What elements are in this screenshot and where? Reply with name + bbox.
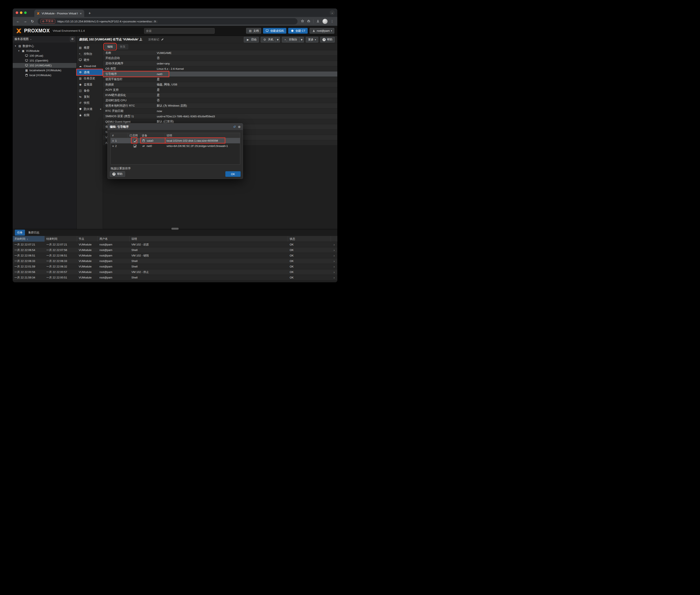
- row-expand-chevron[interactable]: ›: [331, 270, 337, 274]
- more-button[interactable]: 更多 ▾: [306, 37, 318, 42]
- task-row[interactable]: 一月 22 22:00:56一月 22 22:00:57VUModuleroot…: [13, 270, 337, 275]
- drag-handle-icon[interactable]: ≡: [112, 139, 114, 143]
- tree-item[interactable]: local (VUModule): [13, 73, 76, 78]
- tasks-tab[interactable]: 集群日志: [26, 230, 42, 235]
- option-row[interactable]: KVM硬件虚拟化是: [103, 93, 337, 98]
- tab-list-chevron-icon[interactable]: ⌄: [330, 10, 335, 15]
- forward-icon[interactable]: →: [22, 18, 28, 25]
- tree-settings-button[interactable]: ⚙: [70, 37, 75, 41]
- option-row[interactable]: SMBIOS 设置 (类型 1)uuid=e7f2ec13-78f6-4b61-…: [103, 114, 337, 119]
- tree-item[interactable]: ▾▣VUModule: [13, 49, 76, 53]
- row-expand-chevron[interactable]: ›: [331, 248, 337, 252]
- tree-item[interactable]: ▾▤数据中心: [13, 44, 76, 49]
- boot-order-row[interactable]: ≡2⇄net0virtio=8A:D6:9E:5C:2F:29,bridge=v…: [111, 143, 240, 149]
- dialog-header[interactable]: 编辑: 引导顺序 ↺ ⊗: [108, 123, 243, 130]
- close-window-button[interactable]: [16, 11, 18, 14]
- user-menu-button[interactable]: root@pam ▾: [309, 28, 334, 34]
- boot-order-column-header[interactable]: 设备: [140, 133, 165, 138]
- option-row[interactable]: 引导顺序net0: [103, 72, 337, 77]
- option-row[interactable]: 热插拔磁盘, 网络, USB: [103, 82, 337, 87]
- vm-menu-item[interactable]: >_控制台: [77, 51, 103, 57]
- option-row[interactable]: OS 类型Linux 6.x - 2.6 Kernel: [103, 66, 337, 72]
- tree-item[interactable]: 102 (VUMGAME): [13, 63, 76, 68]
- row-expand-chevron[interactable]: ›: [331, 254, 337, 257]
- tree-item[interactable]: 100 (iKuai): [13, 53, 76, 58]
- tasks-tab[interactable]: 任务: [15, 230, 25, 235]
- task-row[interactable]: 一月 22 22:06:54一月 22 22:07:56VUModuleroot…: [13, 247, 337, 253]
- edit-button[interactable]: 编辑: [105, 44, 115, 49]
- enabled-checkbox[interactable]: [133, 144, 136, 148]
- vm-menu-item[interactable]: ▤概要: [77, 45, 103, 51]
- dialog-help-button[interactable]: ? 帮助: [110, 171, 125, 177]
- vm-menu-item[interactable]: ☁Cloud-Init: [77, 63, 103, 69]
- close-icon[interactable]: ⊗: [238, 125, 241, 129]
- option-row[interactable]: 名称VUMGAME: [103, 50, 337, 56]
- create-ct-button[interactable]: 创建 CT: [288, 28, 308, 34]
- profile-avatar[interactable]: [322, 19, 328, 24]
- task-row[interactable]: 一月 22 22:06:33一月 22 22:06:33VUModuleroot…: [13, 258, 337, 264]
- vm-menu-item[interactable]: ⇆复制: [77, 94, 103, 100]
- back-icon[interactable]: ←: [15, 18, 21, 25]
- tasks-column-header[interactable]: 用户名: [98, 236, 130, 242]
- task-row[interactable]: 一月 22 22:07:21一月 22 22:07:21VUModuleroot…: [13, 242, 337, 247]
- tab-close-icon[interactable]: ×: [79, 11, 82, 15]
- shutdown-button[interactable]: 关机: [261, 37, 276, 42]
- option-row[interactable]: 启动时冻结 CPU否: [103, 98, 337, 103]
- row-expand-chevron[interactable]: ›: [331, 265, 337, 268]
- minimize-window-button[interactable]: [20, 11, 22, 14]
- reload-icon[interactable]: ↻: [29, 18, 35, 25]
- shutdown-menu-caret[interactable]: ▾: [276, 37, 280, 42]
- browser-tab[interactable]: VUModule - Proxmox Virtual E ×: [34, 10, 84, 17]
- vm-menu-item[interactable]: 权限: [77, 112, 103, 118]
- boot-order-column-header[interactable]: #: [111, 133, 128, 138]
- tasks-column-header[interactable]: 开始时间↓: [13, 236, 45, 242]
- tasks-column-header[interactable]: 节点: [77, 236, 98, 242]
- tasks-column-header[interactable]: 状态: [288, 236, 331, 242]
- tasks-column-header[interactable]: 结束时间: [45, 236, 77, 242]
- vm-menu-item[interactable]: ⚙选项: [77, 69, 103, 75]
- new-tab-button[interactable]: +: [87, 10, 92, 17]
- documentation-button[interactable]: ▤ 文档: [246, 28, 261, 34]
- option-row[interactable]: 使用本地时间进行 RTC默认 (为 Windows 启用): [103, 103, 337, 109]
- search-input[interactable]: [144, 28, 215, 34]
- boot-order-column-header[interactable]: 说明: [165, 133, 240, 138]
- extensions-puzzle-icon[interactable]: [307, 20, 310, 24]
- option-row[interactable]: 使用平板指针是: [103, 77, 337, 82]
- reset-icon[interactable]: ↺: [233, 125, 236, 129]
- create-vm-button[interactable]: 创建虚拟机: [263, 28, 286, 34]
- task-row[interactable]: 一月 22 21:59:34一月 22 22:00:51VUModuleroot…: [13, 275, 337, 280]
- tree-item[interactable]: 101 (OpenWrt): [13, 58, 76, 63]
- zoom-window-button[interactable]: [24, 11, 27, 14]
- address-bar[interactable]: ⊘ 不安全 https://10.10.10.254:8006/#v1:0:=q…: [38, 18, 298, 25]
- bookmark-star-icon[interactable]: [301, 20, 304, 24]
- task-row[interactable]: 一月 22 22:06:51一月 22 22:06:51VUModuleroot…: [13, 253, 337, 258]
- task-row[interactable]: 一月 22 22:01:59一月 22 22:06:32VUModuleroot…: [13, 264, 337, 270]
- row-expand-chevron[interactable]: ›: [331, 243, 337, 246]
- vm-menu-item[interactable]: ◫备份: [77, 88, 103, 94]
- vm-menu-item[interactable]: ▥任务历史: [77, 75, 103, 81]
- tree-expand-icon[interactable]: ▾: [17, 50, 20, 52]
- option-row[interactable]: 启动/关机顺序order=any: [103, 61, 337, 66]
- vm-menu-item[interactable]: ↺快照: [77, 100, 103, 106]
- option-row[interactable]: RTC 开始日期now: [103, 109, 337, 114]
- not-secure-badge[interactable]: ⊘ 不安全: [41, 19, 55, 24]
- option-row[interactable]: ACPI 支持是: [103, 87, 337, 93]
- tree-expand-icon[interactable]: ▾: [14, 45, 17, 47]
- ok-button[interactable]: OK: [225, 171, 241, 177]
- row-expand-chevron[interactable]: ›: [331, 259, 337, 263]
- vm-menu-item[interactable]: 硬件: [77, 57, 103, 63]
- enabled-checkbox[interactable]: [133, 139, 136, 142]
- start-vm-button[interactable]: ▶ 启动: [244, 37, 259, 42]
- option-row[interactable]: 开机自启动否: [103, 56, 337, 61]
- vm-menu-item[interactable]: ◉监视器: [77, 81, 103, 88]
- browser-menu-icon[interactable]: ⋮: [330, 20, 334, 23]
- boot-order-row[interactable]: ≡1sata0local:102/vm-102-disk-1.raw,size=…: [111, 138, 240, 143]
- help-button[interactable]: ? 帮助: [320, 37, 335, 42]
- tree-item[interactable]: ▦localnetwork (VUModule): [13, 68, 76, 73]
- download-icon[interactable]: [316, 20, 320, 24]
- console-button[interactable]: >_ 控制台: [282, 37, 300, 42]
- boot-order-column-header[interactable]: 已启用: [128, 133, 140, 138]
- drag-handle-icon[interactable]: ≡: [112, 144, 114, 148]
- tree-view-selector[interactable]: 服务器视图 ⌄ ⚙: [13, 36, 76, 42]
- no-tags-label[interactable]: 没有标记: [148, 38, 164, 41]
